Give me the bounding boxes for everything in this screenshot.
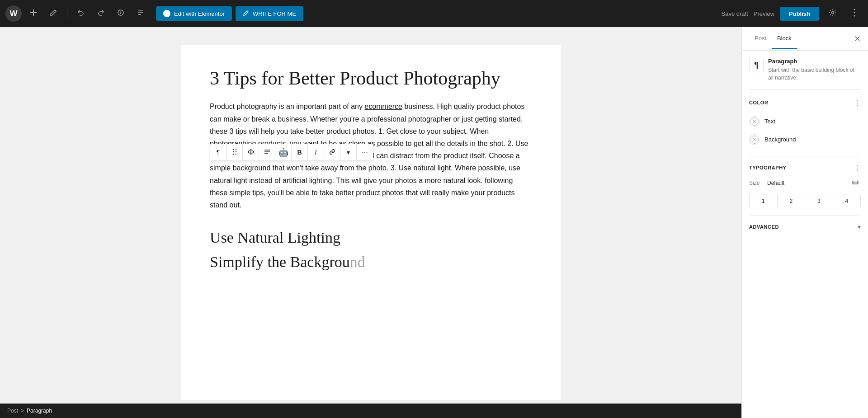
sidebar-tabs: Post Block (749, 28, 797, 49)
svg-point-7 (232, 151, 233, 152)
size-adjust-button[interactable] (850, 178, 861, 188)
svg-point-3 (854, 12, 855, 14)
undo-button[interactable] (73, 5, 89, 22)
svg-point-5 (232, 149, 233, 150)
tab-post[interactable]: Post (749, 28, 772, 49)
color-section-label: Color ⋮ (749, 99, 861, 107)
block-info: ¶ Paragraph Start with the basic buildin… (749, 58, 861, 89)
toolbar-separator-1 (67, 8, 67, 19)
edit-elementor-button[interactable]: Edit with Elementor (156, 6, 232, 21)
preview-button[interactable]: Preview (754, 10, 774, 17)
svg-point-8 (235, 151, 236, 152)
section-heading: Use Natural Lighting (210, 229, 532, 246)
svg-point-2 (854, 9, 855, 10)
more-options-button[interactable] (846, 5, 863, 22)
tab-block[interactable]: Block (772, 28, 797, 49)
breadcrumb-paragraph[interactable]: Paragraph (27, 408, 52, 414)
drag-handle-button[interactable] (226, 144, 243, 160)
size-row: Size Default (749, 178, 861, 188)
pencil-icon (50, 9, 57, 18)
background-color-circle (749, 134, 760, 145)
emoji-button[interactable]: 🤖 (275, 144, 292, 160)
save-draft-button[interactable]: Save draft (722, 10, 748, 17)
text-color-label: Text (764, 118, 775, 125)
ellipsis-vertical-icon (854, 9, 855, 19)
edit-elementor-label: Edit with Elementor (174, 10, 225, 17)
move-block-button[interactable] (243, 144, 259, 160)
sidebar-header: Post Block ✕ (742, 27, 868, 51)
publish-button[interactable]: Publish (780, 7, 819, 21)
size-value: Default (767, 180, 784, 186)
typography-section: Typography ⋮ Size Default 1 2 3 4 (749, 156, 861, 208)
block-title: Paragraph (768, 58, 861, 65)
tools-button[interactable] (45, 5, 61, 22)
info-button[interactable] (113, 5, 129, 22)
background-color-label: Background (764, 136, 796, 143)
bold-icon: B (297, 149, 302, 156)
plus-icon (30, 9, 37, 18)
info-icon (117, 9, 124, 18)
toolbar-right: Save draft Preview Publish (722, 5, 863, 22)
list-view-icon (137, 9, 144, 18)
elementor-icon (163, 10, 170, 17)
three-dots-icon: ⋯ (362, 149, 368, 156)
breadcrumb-separator: > (21, 408, 24, 414)
editor-content: ¶ 🤖 (181, 45, 561, 400)
svg-point-10 (235, 153, 236, 154)
block-description: Start with the basic building block of a… (768, 66, 861, 82)
background-color-option[interactable]: Background (749, 131, 861, 149)
main-layout: ¶ 🤖 (0, 27, 868, 418)
redo-button[interactable] (93, 5, 109, 22)
article-title: 3 Tips for Better Product Photography (210, 67, 532, 89)
more-rich-text-button[interactable]: ▾ (340, 144, 357, 160)
chevron-down-icon: ▾ (858, 223, 861, 230)
heading-size-1[interactable]: 1 (750, 194, 778, 208)
redo-icon (97, 9, 104, 18)
write-for-me-label: WRITE FOR ME (253, 10, 296, 17)
heading-size-2[interactable]: 2 (778, 194, 806, 208)
undo-icon (77, 9, 85, 18)
italic-icon: I (315, 149, 317, 156)
ecommerce-link[interactable]: ecommerce (364, 103, 402, 110)
typography-more-button[interactable]: ⋮ (854, 164, 861, 172)
list-view-button[interactable] (132, 5, 149, 22)
advanced-header[interactable]: Advanced ▾ (749, 223, 861, 230)
advanced-label: Advanced (749, 224, 779, 230)
heading-size-3[interactable]: 3 (805, 194, 833, 208)
align-button[interactable] (259, 144, 275, 160)
chevron-down-icon: ▾ (347, 149, 350, 156)
paragraph-toolbar-icon: ¶ (217, 149, 220, 156)
align-icon (264, 149, 270, 156)
settings-button[interactable] (825, 5, 841, 22)
svg-point-4 (854, 15, 855, 17)
block-type-button[interactable]: ¶ (210, 144, 226, 160)
sidebar-body[interactable]: ¶ Paragraph Start with the basic buildin… (742, 51, 868, 418)
bottom-bar: Post > Paragraph (0, 404, 741, 418)
editor-area[interactable]: ¶ 🤖 (0, 27, 741, 418)
breadcrumb-post[interactable]: Post (7, 408, 18, 414)
close-sidebar-button[interactable]: ✕ (854, 34, 861, 44)
svg-point-9 (232, 153, 233, 154)
color-more-button[interactable]: ⋮ (854, 99, 861, 107)
block-type-icon: ¶ (749, 58, 764, 72)
heading-size-4[interactable]: 4 (833, 194, 861, 208)
italic-button[interactable]: I (308, 144, 324, 160)
link-button[interactable] (324, 144, 340, 160)
partial-heading-2: Simplify the Background (210, 254, 532, 271)
bold-button[interactable]: B (292, 144, 308, 160)
advanced-section: Advanced ▾ (749, 216, 861, 230)
block-toolbar: ¶ 🤖 (210, 144, 373, 161)
heading-sizes: 1 2 3 4 (749, 194, 861, 208)
link-icon (329, 149, 335, 156)
gear-icon (829, 9, 837, 19)
wp-logo[interactable]: W (5, 5, 22, 22)
text-color-option[interactable]: Text (749, 113, 861, 131)
move-icon (248, 149, 254, 156)
emoji-icon: 🤖 (278, 147, 288, 157)
write-for-me-button[interactable]: WRITE FOR ME (236, 6, 303, 21)
write-icon (243, 10, 249, 18)
add-block-button[interactable] (25, 5, 42, 22)
block-options-button[interactable]: ⋯ (357, 144, 373, 160)
svg-point-1 (832, 12, 834, 14)
drag-icon (232, 149, 237, 156)
